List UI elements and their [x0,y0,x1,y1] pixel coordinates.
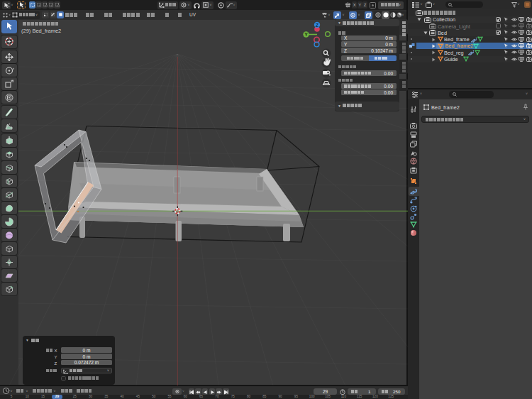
svg-text:Y: Y [304,32,308,37]
svg-text:Z: Z [316,23,319,28]
